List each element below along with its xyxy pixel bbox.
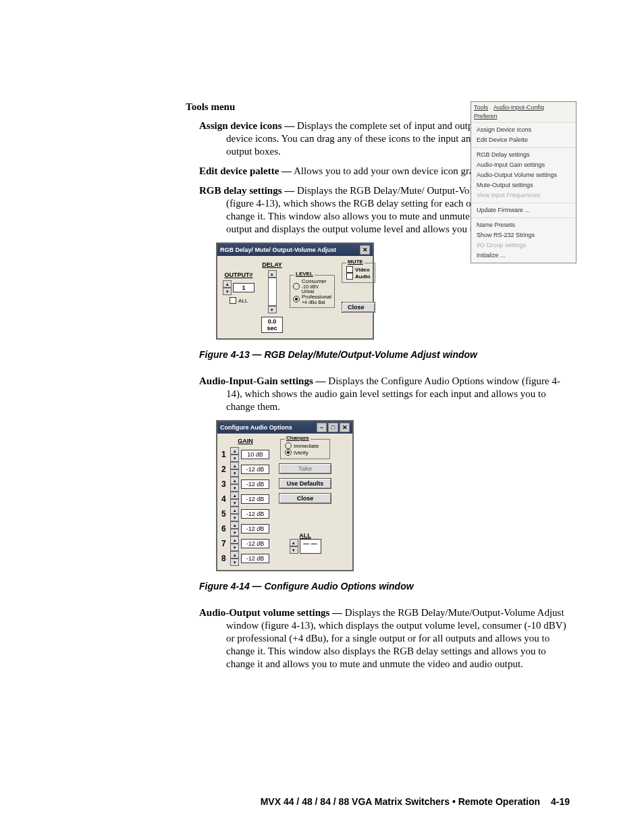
row-number: 8 [221,554,228,563]
gain-spinner[interactable]: ▴▾ [230,521,239,536]
gain-row: 2▴▾-12 dB [221,462,269,477]
menu-item: Initialize ... [477,251,570,261]
gain-value: -12 dB [241,465,269,474]
level-fieldset: LEVEL Consumer-10 dBV Unbal Professional… [290,275,335,308]
gain-value: 10 dB [241,450,269,459]
entry-audio-out: Audio-Output volume settings — Displays … [186,606,570,671]
gain-row: 7▴▾-12 dB [221,536,269,551]
defaults-button[interactable]: Use Defaults [279,478,331,489]
menu-item: Audio-Input Gain settings [477,160,570,170]
all-label: ALL [299,532,311,539]
row-number: 4 [221,494,228,504]
gain-value: -12 dB [241,524,269,533]
delay-value: 0.0 sec [261,317,283,333]
close-button[interactable]: Close [342,302,375,313]
menu-pref: Preferen [474,113,498,120]
row-number: 3 [221,479,228,489]
rgb-delay-window: RGB Delay/ Mute/ Output-Volume Adjust ✕ … [216,242,374,340]
changes-label: Changes [285,435,311,441]
row-number: 7 [221,539,228,548]
menu-item-disabled: View Input Frequencies [477,190,570,201]
gain-spinner[interactable]: ▴▾ [230,477,239,492]
changes-fieldset: Changes Immediate iVerify [280,439,330,459]
title-bar: Configure Audio Options – □ ✕ [217,421,352,434]
level-label: LEVEL [294,271,315,277]
menu-item: Update Firmware ... [477,205,570,215]
verify-radio[interactable]: iVerify [285,449,325,456]
all-spinner[interactable]: ▴▾ [290,539,298,554]
professional-radio[interactable]: Professional+4 dBu Bal [293,294,331,305]
gain-value: -12 dB [241,479,269,489]
page-footer: MVX 44 / 48 / 84 / 88 VGA Matrix Switche… [0,796,644,807]
title-bar: RGB Delay/ Mute/ Output-Volume Adjust ✕ [217,244,373,256]
gain-spinner[interactable]: ▴▾ [230,536,239,551]
output-spinner[interactable]: ▴▾ [223,280,232,295]
gain-spinner[interactable]: ▴▾ [230,506,239,521]
gain-row: 6▴▾-12 dB [221,521,269,536]
gain-value: -12 dB [241,509,269,519]
gain-value: -12 dB [241,539,269,548]
immediate-radio[interactable]: Immediate [285,442,325,449]
entry-label: Audio-Input-Gain settings — [199,375,326,386]
figure-caption: Figure 4-13 — RGB Delay/Mute/Output-Volu… [199,349,570,360]
mute-fieldset: MUTE Video Audio [342,263,375,283]
entry-edit: Edit device palette — Allows you to add … [186,165,510,178]
close-icon[interactable]: ✕ [340,423,350,432]
close-icon[interactable]: ✕ [360,245,370,255]
mute-label: MUTE [346,259,365,265]
footer-title: MVX 44 / 48 / 84 / 88 VGA Matrix Switche… [261,796,540,807]
audio-checkbox[interactable]: Audio [346,273,371,280]
gain-row: 3▴▾-12 dB [221,477,269,492]
gain-spinner[interactable]: ▴▾ [230,462,239,477]
gain-value: -12 dB [241,554,269,563]
window-title: RGB Delay/ Mute/ Output-Volume Adjust [220,246,336,253]
close-button[interactable]: Close [279,493,331,504]
all-checkbox[interactable]: ALL [230,297,248,304]
menu-item: RGB Delay settings [477,150,570,160]
menu-item: Show RS-232 Strings [477,230,570,240]
gain-row: 8▴▾-12 dB [221,551,269,566]
gain-row: 5▴▾-12 dB [221,506,269,521]
gain-spinner[interactable]: ▴▾ [230,551,239,566]
gain-column: GAIN 1▴▾10 dB2▴▾-12 dB3▴▾-12 dB4▴▾-12 dB… [221,438,269,566]
entry-label: Edit device palette — [199,165,292,176]
entry-audio-in: Audio-Input-Gain settings — Displays the… [186,375,570,413]
entry-label: RGB delay settings — [199,185,294,196]
window-title: Configure Audio Options [220,424,292,431]
entry-assign: Assign device icons — Displays the compl… [186,120,503,158]
page-number: 4-19 [551,796,570,807]
gain-label: GAIN [221,438,269,444]
gain-row: 1▴▾10 dB [221,447,269,462]
audio-options-window: Configure Audio Options – □ ✕ GAIN 1▴▾10… [216,420,354,571]
menu-item: Mute-Output settings [477,180,570,190]
menu-item: Assign Device Icons [477,125,570,135]
menu-audio: Audio-Input-Config [493,104,544,111]
tools-menu-screenshot: Tools Audio-Input-Config Preferen Assign… [471,101,576,263]
row-number: 1 [221,450,228,459]
gain-value: -12 dB [241,494,269,504]
menu-item: Name Presets [477,220,570,230]
delay-label: DELAY [262,261,282,268]
row-number: 2 [221,465,228,474]
menu-bar: Tools Audio-Input-Config Preferen [471,102,576,123]
row-number: 5 [221,509,228,519]
video-checkbox[interactable]: Video [346,266,371,273]
menu-item: Edit Device Palette [477,135,570,145]
gain-spinner[interactable]: ▴▾ [230,492,239,506]
gain-spinner[interactable]: ▴▾ [230,447,239,462]
minimize-icon[interactable]: – [317,423,327,432]
maximize-icon[interactable]: □ [328,423,338,432]
output-value[interactable]: 1 [233,283,254,292]
row-number: 6 [221,524,228,533]
entry-text: Allows you to add your own device icon g… [294,165,498,176]
delay-spinner[interactable]: ▴▾ [268,270,277,313]
menu-item: Audio-Output Volume settings [477,170,570,180]
menu-item-disabled: I/O Group settings [477,240,570,251]
figure-caption: Figure 4-14 — Configure Audio Options wi… [199,581,570,592]
take-button[interactable]: Take [279,463,331,474]
gain-row: 4▴▾-12 dB [221,492,269,506]
output-label: OUTPUT# [224,271,252,278]
entry-label: Audio-Output volume settings — [199,607,342,618]
all-value: — — [300,539,321,554]
consumer-radio[interactable]: Consumer-10 dBV Unbal [293,278,331,294]
